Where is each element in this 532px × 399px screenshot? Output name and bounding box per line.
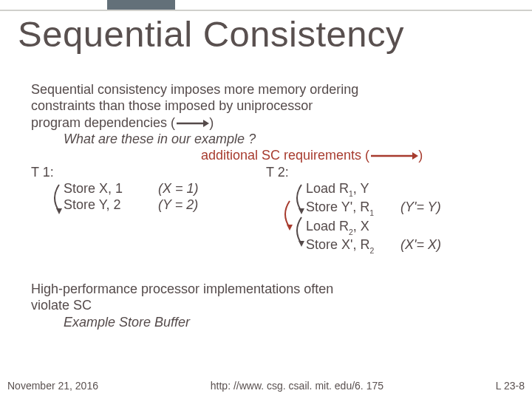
slide-body: Sequential consistency imposes more memo… xyxy=(31,81,517,330)
t2-store-yp: Store Y', R1 xyxy=(306,199,400,218)
para2-example: Example Store Buffer xyxy=(64,314,517,330)
t1-store-x: Store X, 1 xyxy=(64,180,158,197)
t1-header: T 1: xyxy=(31,164,266,180)
svg-marker-1 xyxy=(203,120,209,127)
footer-date: November 21, 2016 xyxy=(7,380,98,392)
t2-store-yp-annot: (Y'= Y) xyxy=(400,199,470,215)
t1-store-y-annot: (Y = 2) xyxy=(158,197,231,213)
para1-line2: constraints than those imposed by unipro… xyxy=(31,98,517,114)
accent-bar xyxy=(107,0,175,10)
t2-sc-curve-icon xyxy=(279,198,296,231)
t1-store-y: Store Y, 2 xyxy=(64,197,158,213)
para1-question: What are these in our example ? xyxy=(64,131,517,147)
t1-dependency-curve-icon xyxy=(49,182,65,214)
para2-line1: High-performance processor implementatio… xyxy=(31,281,517,297)
slide-title: Sequential Consistency xyxy=(18,13,404,55)
t2-store-xp-annot: (X'= X) xyxy=(400,236,470,253)
svg-marker-6 xyxy=(299,241,304,247)
para1-line3: program dependencies () xyxy=(31,115,517,131)
dependency-arrow-icon xyxy=(175,118,209,129)
svg-marker-7 xyxy=(287,225,293,231)
sc-requirements-line: additional SC requirements () xyxy=(201,147,517,163)
para1-line3-b: ) xyxy=(209,115,214,130)
t2-header: T 2: xyxy=(266,164,470,180)
slide-footer: November 21, 2016 http: //www. csg. csai… xyxy=(0,380,532,392)
para2-line2: violate SC xyxy=(31,297,517,313)
sc-arrow-icon xyxy=(369,151,418,161)
svg-marker-3 xyxy=(412,152,418,160)
t2-store-xp: Store X', R2 xyxy=(306,236,400,256)
t2-load-r1: Load R1, Y xyxy=(306,180,400,200)
t2-load-r2: Load R2, X xyxy=(306,218,400,237)
svg-marker-5 xyxy=(299,208,304,214)
svg-marker-4 xyxy=(56,208,62,214)
sc-req-b: ) xyxy=(418,148,423,163)
footer-page-number: L 23-8 xyxy=(496,380,525,392)
sc-req-a: additional SC requirements ( xyxy=(201,148,369,163)
t1-store-x-annot: (X = 1) xyxy=(158,180,231,197)
top-divider xyxy=(0,10,532,11)
para1-line1: Sequential consistency imposes more memo… xyxy=(31,81,517,98)
thread2-block: T 2: Load R1, Y Store Y', R1 (Y'= Y) Loa… xyxy=(266,164,470,256)
thread1-block: T 1: Store X, 1 (X = 1) Store Y, 2 (Y = … xyxy=(31,164,266,256)
para1-line3-a: program dependencies ( xyxy=(31,115,175,130)
footer-url: http: //www. csg. csail. mit. edu/6. 175 xyxy=(211,380,383,392)
